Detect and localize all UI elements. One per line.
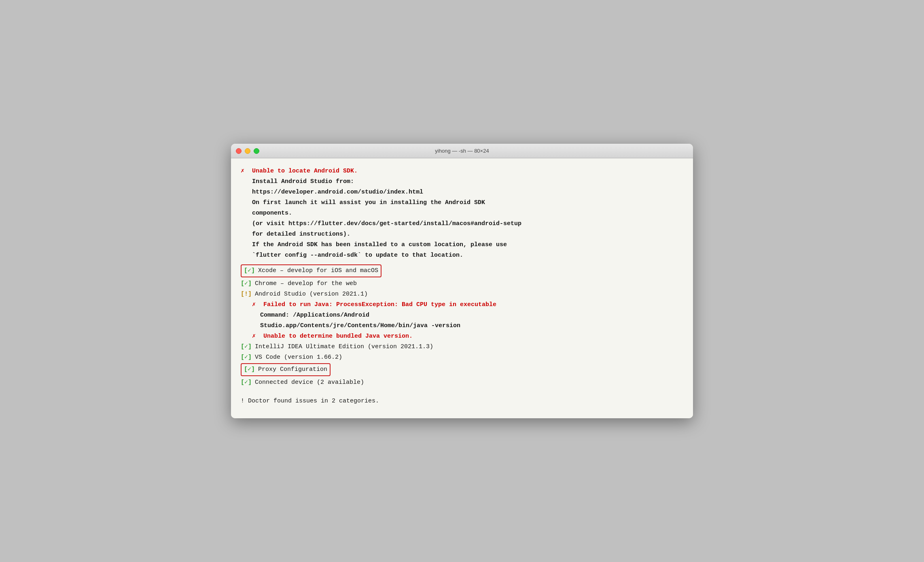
android-err-2-line: Command: /Applications/Android (241, 311, 683, 320)
android-err-4-line: ✗ Unable to determine bundled Java versi… (241, 332, 683, 341)
check-vscode-text: VS Code (version 1.66.2) (255, 353, 342, 362)
footer-text: ! Doctor found issues in 2 categories. (241, 398, 379, 404)
android-err-2-text: Command: /Applications/Android (260, 311, 369, 320)
check-vscode-icon: [✓] (241, 353, 252, 362)
check-proxy-row: [✓] Proxy Configuration (241, 363, 331, 376)
check-intellij-icon: [✓] (241, 342, 252, 352)
error-sdk-7-text: If the Android SDK has been installed to… (252, 240, 507, 250)
check-vscode-line: [✓] VS Code (version 1.66.2) (241, 353, 683, 362)
error-sdk-5-text: (or visit https://flutter.dev/docs/get-s… (252, 219, 521, 229)
check-device-line: [✓] Connected device (2 available) (241, 378, 683, 387)
error-sdk-6-text: for detailed instructions). (252, 230, 350, 239)
terminal-body: ✗ Unable to locate Android SDK. Install … (231, 158, 693, 418)
check-android-studio-icon: [!] (241, 290, 252, 299)
error-sdk-header-text: Unable to locate Android SDK. (252, 166, 358, 176)
error-sdk-8-text: `flutter config --android-sdk` to update… (252, 251, 463, 260)
titlebar: yihong — -sh — 80×24 (231, 144, 693, 158)
android-err-1-icon: ✗ (252, 300, 260, 310)
check-android-studio-line: [!] Android Studio (version 2021.1) (241, 290, 683, 299)
android-err-1-line: ✗ Failed to run Java: ProcessException: … (241, 300, 683, 310)
check-xcode-row: [✓] Xcode – develop for iOS and macOS (241, 264, 381, 277)
check-proxy-wrapper: [✓] Proxy Configuration (241, 363, 683, 377)
check-proxy-text: Proxy Configuration (258, 365, 327, 375)
error-sdk-8-line: `flutter config --android-sdk` to update… (241, 251, 683, 260)
check-chrome-text: Chrome – develop for the web (255, 279, 357, 289)
close-button[interactable] (236, 148, 242, 154)
check-intellij-line: [✓] IntelliJ IDEA Ultimate Edition (vers… (241, 342, 683, 352)
check-chrome-icon: [✓] (241, 279, 252, 289)
footer-line: ! Doctor found issues in 2 categories. (241, 396, 683, 406)
error-sdk-4-line: components. (241, 209, 683, 218)
error-sdk-6-line: for detailed instructions). (241, 230, 683, 239)
android-err-3-line: Studio.app/Contents/jre/Contents/Home/bi… (241, 321, 683, 331)
check-xcode-wrapper: [✓] Xcode – develop for iOS and macOS (241, 264, 683, 278)
android-err-3-text: Studio.app/Contents/jre/Contents/Home/bi… (260, 321, 460, 331)
android-err-4-icon: ✗ (252, 332, 260, 341)
error-sdk-4-text: components. (252, 209, 292, 218)
error-sdk-5-line: (or visit https://flutter.dev/docs/get-s… (241, 219, 683, 229)
check-intellij-text: IntelliJ IDEA Ultimate Edition (version … (255, 342, 433, 352)
check-android-studio-text: Android Studio (version 2021.1) (255, 290, 368, 299)
error-sdk-7-line: If the Android SDK has been installed to… (241, 240, 683, 250)
error-icon-sdk: ✗ (241, 166, 249, 176)
error-sdk-1-line: Install Android Studio from: (241, 177, 683, 187)
error-sdk-3-line: On first launch it will assist you in in… (241, 198, 683, 208)
check-proxy-icon: [✓] (244, 365, 255, 375)
minimize-button[interactable] (245, 148, 250, 154)
error-sdk-header-line: ✗ Unable to locate Android SDK. (241, 166, 683, 176)
error-sdk-2-text: https://developer.android.com/studio/ind… (252, 187, 423, 197)
android-err-4-text: Unable to determine bundled Java version… (263, 332, 413, 341)
traffic-lights (236, 148, 259, 154)
check-device-text: Connected device (2 available) (255, 378, 364, 387)
android-err-1-text: Failed to run Java: ProcessException: Ba… (263, 300, 496, 310)
check-xcode-icon: [✓] (244, 266, 255, 276)
check-device-icon: [✓] (241, 378, 252, 387)
error-sdk-1-text: Install Android Studio from: (252, 177, 354, 187)
maximize-button[interactable] (254, 148, 259, 154)
error-sdk-2-line: https://developer.android.com/studio/ind… (241, 187, 683, 197)
window-title: yihong — -sh — 80×24 (435, 148, 489, 154)
error-sdk-3-text: On first launch it will assist you in in… (252, 198, 485, 208)
check-xcode-text: Xcode – develop for iOS and macOS (258, 266, 378, 276)
terminal-window: yihong — -sh — 80×24 ✗ Unable to locate … (231, 144, 693, 418)
check-chrome-line: [✓] Chrome – develop for the web (241, 279, 683, 289)
